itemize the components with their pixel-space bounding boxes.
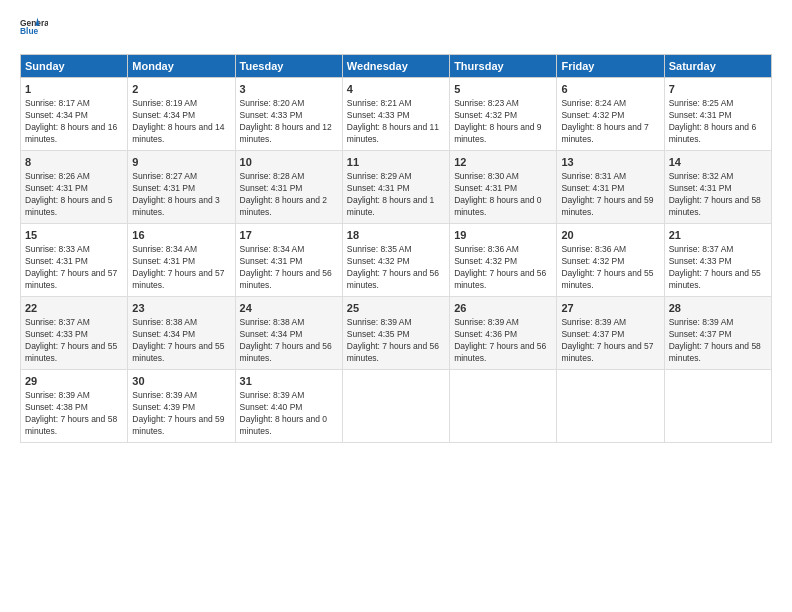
sunrise-label: Sunrise: 8:23 AM: [454, 98, 519, 108]
day-cell: 1Sunrise: 8:17 AMSunset: 4:34 PMDaylight…: [21, 78, 128, 151]
day-cell: 8Sunrise: 8:26 AMSunset: 4:31 PMDaylight…: [21, 150, 128, 223]
header-sunday: Sunday: [21, 55, 128, 78]
day-number: 14: [669, 155, 767, 170]
sunset-label: Sunset: 4:31 PM: [132, 256, 195, 266]
sunset-label: Sunset: 4:36 PM: [454, 329, 517, 339]
sunset-label: Sunset: 4:31 PM: [25, 183, 88, 193]
day-number: 18: [347, 228, 445, 243]
daylight-label: Daylight: 7 hours and 59 minutes.: [561, 195, 653, 217]
day-cell: 19Sunrise: 8:36 AMSunset: 4:32 PMDayligh…: [450, 223, 557, 296]
sunrise-label: Sunrise: 8:39 AM: [669, 317, 734, 327]
daylight-label: Daylight: 7 hours and 56 minutes.: [454, 341, 546, 363]
sunrise-label: Sunrise: 8:39 AM: [25, 390, 90, 400]
daylight-label: Daylight: 8 hours and 1 minute.: [347, 195, 434, 217]
day-cell: 6Sunrise: 8:24 AMSunset: 4:32 PMDaylight…: [557, 78, 664, 151]
sunset-label: Sunset: 4:37 PM: [669, 329, 732, 339]
day-cell: 3Sunrise: 8:20 AMSunset: 4:33 PMDaylight…: [235, 78, 342, 151]
sunset-label: Sunset: 4:31 PM: [669, 183, 732, 193]
day-number: 29: [25, 374, 123, 389]
sunrise-label: Sunrise: 8:36 AM: [454, 244, 519, 254]
sunrise-label: Sunrise: 8:38 AM: [132, 317, 197, 327]
day-number: 25: [347, 301, 445, 316]
day-number: 24: [240, 301, 338, 316]
logo: GeneralBlue: [20, 16, 48, 44]
daylight-label: Daylight: 8 hours and 2 minutes.: [240, 195, 327, 217]
day-number: 12: [454, 155, 552, 170]
daylight-label: Daylight: 8 hours and 5 minutes.: [25, 195, 112, 217]
day-number: 31: [240, 374, 338, 389]
sunset-label: Sunset: 4:33 PM: [25, 329, 88, 339]
sunset-label: Sunset: 4:31 PM: [561, 183, 624, 193]
daylight-label: Daylight: 7 hours and 56 minutes.: [240, 268, 332, 290]
sunset-label: Sunset: 4:34 PM: [132, 110, 195, 120]
sunrise-label: Sunrise: 8:21 AM: [347, 98, 412, 108]
day-number: 20: [561, 228, 659, 243]
page: GeneralBlue SundayMondayTuesdayWednesday…: [0, 0, 792, 612]
day-number: 10: [240, 155, 338, 170]
sunset-label: Sunset: 4:32 PM: [561, 256, 624, 266]
sunset-label: Sunset: 4:31 PM: [132, 183, 195, 193]
sunset-label: Sunset: 4:31 PM: [240, 256, 303, 266]
day-number: 9: [132, 155, 230, 170]
sunrise-label: Sunrise: 8:31 AM: [561, 171, 626, 181]
header-monday: Monday: [128, 55, 235, 78]
daylight-label: Daylight: 8 hours and 0 minutes.: [240, 414, 327, 436]
sunrise-label: Sunrise: 8:33 AM: [25, 244, 90, 254]
day-cell: 24Sunrise: 8:38 AMSunset: 4:34 PMDayligh…: [235, 296, 342, 369]
day-cell: 9Sunrise: 8:27 AMSunset: 4:31 PMDaylight…: [128, 150, 235, 223]
sunrise-label: Sunrise: 8:24 AM: [561, 98, 626, 108]
sunset-label: Sunset: 4:34 PM: [132, 329, 195, 339]
day-cell: 17Sunrise: 8:34 AMSunset: 4:31 PMDayligh…: [235, 223, 342, 296]
sunset-label: Sunset: 4:34 PM: [25, 110, 88, 120]
sunrise-label: Sunrise: 8:35 AM: [347, 244, 412, 254]
day-cell: 20Sunrise: 8:36 AMSunset: 4:32 PMDayligh…: [557, 223, 664, 296]
daylight-label: Daylight: 8 hours and 9 minutes.: [454, 122, 541, 144]
sunset-label: Sunset: 4:35 PM: [347, 329, 410, 339]
day-cell: 31Sunrise: 8:39 AMSunset: 4:40 PMDayligh…: [235, 369, 342, 442]
daylight-label: Daylight: 7 hours and 56 minutes.: [454, 268, 546, 290]
day-number: 13: [561, 155, 659, 170]
sunrise-label: Sunrise: 8:34 AM: [240, 244, 305, 254]
sunrise-label: Sunrise: 8:39 AM: [561, 317, 626, 327]
day-cell: [342, 369, 449, 442]
day-cell: [557, 369, 664, 442]
sunset-label: Sunset: 4:31 PM: [347, 183, 410, 193]
day-cell: 15Sunrise: 8:33 AMSunset: 4:31 PMDayligh…: [21, 223, 128, 296]
day-cell: 23Sunrise: 8:38 AMSunset: 4:34 PMDayligh…: [128, 296, 235, 369]
sunrise-label: Sunrise: 8:30 AM: [454, 171, 519, 181]
sunrise-label: Sunrise: 8:32 AM: [669, 171, 734, 181]
day-cell: 29Sunrise: 8:39 AMSunset: 4:38 PMDayligh…: [21, 369, 128, 442]
day-cell: 18Sunrise: 8:35 AMSunset: 4:32 PMDayligh…: [342, 223, 449, 296]
day-number: 1: [25, 82, 123, 97]
sunset-label: Sunset: 4:32 PM: [347, 256, 410, 266]
day-number: 3: [240, 82, 338, 97]
sunset-label: Sunset: 4:32 PM: [454, 256, 517, 266]
day-number: 6: [561, 82, 659, 97]
header-row: SundayMondayTuesdayWednesdayThursdayFrid…: [21, 55, 772, 78]
daylight-label: Daylight: 7 hours and 58 minutes.: [25, 414, 117, 436]
sunrise-label: Sunrise: 8:29 AM: [347, 171, 412, 181]
day-number: 19: [454, 228, 552, 243]
day-cell: 12Sunrise: 8:30 AMSunset: 4:31 PMDayligh…: [450, 150, 557, 223]
day-cell: 7Sunrise: 8:25 AMSunset: 4:31 PMDaylight…: [664, 78, 771, 151]
day-number: 28: [669, 301, 767, 316]
day-cell: [450, 369, 557, 442]
day-cell: 4Sunrise: 8:21 AMSunset: 4:33 PMDaylight…: [342, 78, 449, 151]
daylight-label: Daylight: 8 hours and 11 minutes.: [347, 122, 439, 144]
week-row-5: 29Sunrise: 8:39 AMSunset: 4:38 PMDayligh…: [21, 369, 772, 442]
sunrise-label: Sunrise: 8:36 AM: [561, 244, 626, 254]
sunset-label: Sunset: 4:34 PM: [240, 329, 303, 339]
daylight-label: Daylight: 7 hours and 55 minutes.: [132, 341, 224, 363]
day-number: 16: [132, 228, 230, 243]
daylight-label: Daylight: 7 hours and 57 minutes.: [561, 341, 653, 363]
day-cell: 25Sunrise: 8:39 AMSunset: 4:35 PMDayligh…: [342, 296, 449, 369]
week-row-2: 8Sunrise: 8:26 AMSunset: 4:31 PMDaylight…: [21, 150, 772, 223]
day-cell: 5Sunrise: 8:23 AMSunset: 4:32 PMDaylight…: [450, 78, 557, 151]
sunset-label: Sunset: 4:31 PM: [25, 256, 88, 266]
sunset-label: Sunset: 4:31 PM: [240, 183, 303, 193]
daylight-label: Daylight: 7 hours and 55 minutes.: [669, 268, 761, 290]
day-number: 27: [561, 301, 659, 316]
header: GeneralBlue: [20, 16, 772, 44]
day-number: 7: [669, 82, 767, 97]
sunrise-label: Sunrise: 8:19 AM: [132, 98, 197, 108]
